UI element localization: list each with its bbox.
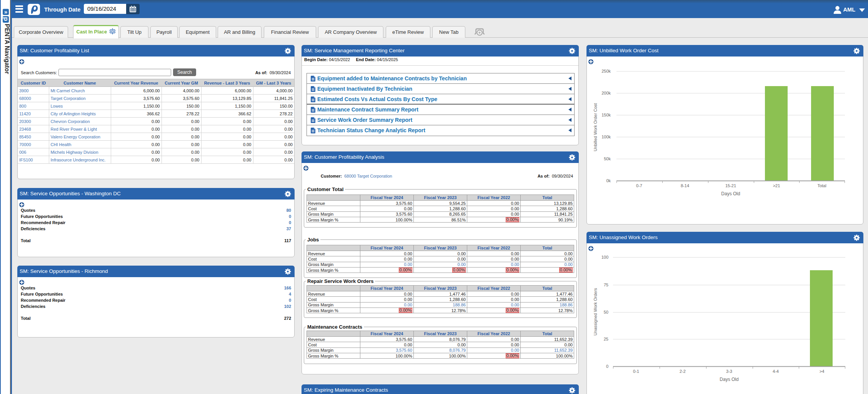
svg-text:>21: >21	[773, 183, 780, 188]
svg-text:200k: 200k	[601, 91, 611, 95]
svg-text:50: 50	[604, 310, 608, 314]
svg-text:4-4: 4-4	[773, 369, 779, 374]
svg-text:Total: Total	[817, 183, 826, 188]
svg-text:15-21: 15-21	[725, 183, 736, 188]
svg-text:>4: >4	[820, 369, 825, 374]
svg-text:Days Old: Days Old	[720, 377, 738, 382]
svg-text:75: 75	[604, 283, 608, 287]
svg-text:25: 25	[604, 337, 608, 341]
svg-text:150k: 150k	[601, 113, 611, 117]
svg-text:50k: 50k	[604, 156, 611, 161]
svg-text:2-2: 2-2	[680, 369, 686, 374]
svg-text:0: 0	[606, 364, 608, 369]
svg-text:0-7: 0-7	[636, 183, 642, 188]
svg-text:0k: 0k	[606, 178, 611, 183]
svg-text:Unassigned Work Orders: Unassigned Work Orders	[593, 288, 598, 336]
svg-text:8-14: 8-14	[681, 183, 689, 188]
svg-text:0-1: 0-1	[633, 369, 639, 374]
svg-text:100: 100	[601, 255, 608, 259]
svg-text:Days Old: Days Old	[721, 191, 740, 196]
svg-text:3-3: 3-3	[726, 369, 732, 374]
svg-text:Unbilled Work Order Cost: Unbilled Work Order Cost	[593, 103, 598, 151]
svg-text:250k: 250k	[601, 69, 611, 73]
svg-text:100k: 100k	[601, 135, 611, 139]
